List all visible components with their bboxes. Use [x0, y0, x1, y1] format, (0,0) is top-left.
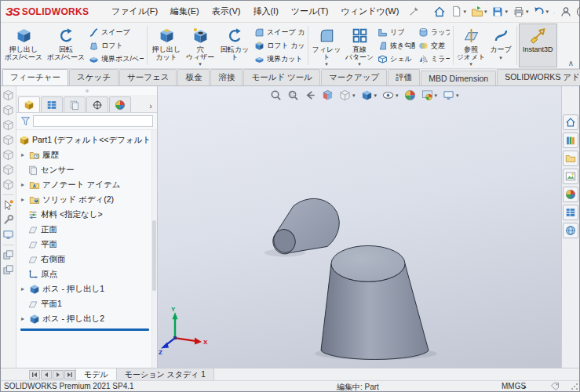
model-tab[interactable]: モデル [75, 368, 117, 380]
appearances-button[interactable] [563, 187, 578, 202]
small-cone-body[interactable] [271, 198, 340, 256]
cascade-windows-icon[interactable] [2, 263, 15, 277]
edit-appearance-button[interactable] [404, 89, 416, 101]
menu-window[interactable]: ウィンドウ(W) [335, 2, 404, 20]
dropdown-icon[interactable]: ▾ [374, 93, 378, 98]
loft-cut-button[interactable]: ロフト カット [253, 39, 306, 52]
linear-pattern-dropdown-icon[interactable]: ▾ [358, 61, 361, 67]
menu-tools[interactable]: ツール(T) [286, 2, 334, 20]
unit-system-text[interactable]: MMGS [502, 382, 526, 390]
menu-file[interactable]: ファイル(F) [106, 2, 163, 20]
dropdown-icon[interactable]: ▾ [396, 93, 399, 98]
instant3d-button[interactable]: Instant3D [519, 24, 557, 67]
resize-grip[interactable] [571, 383, 578, 390]
zoom-to-area-button[interactable] [287, 89, 299, 101]
sweep-button[interactable]: スイープ [87, 26, 145, 38]
tree-item-material[interactable]: 材料 <指定なし> [19, 207, 151, 222]
help-button[interactable]: ? [575, 5, 580, 19]
view-settings-button[interactable]: ▾ [443, 89, 459, 101]
tree-item-front-plane[interactable]: 正面 [19, 222, 151, 237]
reference-geometry-dropdown-icon[interactable]: ▾ [469, 61, 472, 67]
boundary-cut-button[interactable]: 境界カット [253, 53, 306, 65]
tree-item-solid-bodies[interactable]: ▸ ソリッド ボディ(2) [19, 192, 151, 207]
save-button[interactable]: ▾ [490, 4, 509, 20]
solidworks-forum-button[interactable] [563, 223, 578, 238]
expand-arrow-icon[interactable]: ▸ [19, 286, 27, 292]
dropdown-icon[interactable]: ▾ [352, 93, 356, 98]
panel-splitter-handle[interactable] [16, 86, 157, 95]
rib-button[interactable]: リブ [376, 26, 417, 38]
extrude-cut-button[interactable]: 押し出し カット [149, 24, 184, 67]
linear-pattern-button[interactable]: 直線 パターン ▾ [343, 24, 376, 67]
menu-edit[interactable]: 編集(E) [165, 2, 205, 20]
tab-display-manager[interactable] [109, 96, 131, 112]
tile-windows-icon[interactable] [2, 249, 15, 262]
draft-button[interactable]: 抜き勾配 [376, 39, 417, 52]
tab-evaluate[interactable]: 評価 [388, 69, 420, 85]
new-dropdown-icon[interactable]: ▾ [463, 9, 466, 14]
sweep-cut-button[interactable]: スイープ カット [253, 26, 306, 38]
previous-tab-button[interactable] [41, 370, 52, 379]
feature-tree-filter-input[interactable] [33, 115, 153, 127]
expand-arrow-icon[interactable]: ▸ [19, 152, 27, 158]
tree-scrollbar[interactable] [151, 130, 157, 368]
view-right-cube-icon[interactable] [2, 133, 15, 147]
big-cone-body[interactable] [321, 245, 429, 359]
options-wrench-icon[interactable] [2, 213, 15, 227]
big-cone-top-face[interactable] [331, 245, 405, 281]
last-tab-button[interactable] [64, 370, 75, 379]
3d-model-view[interactable]: Y X Z [158, 86, 561, 368]
save-dropdown-icon[interactable]: ▾ [505, 9, 508, 14]
print-dropdown-icon[interactable]: ▾ [526, 9, 529, 14]
wrap-button[interactable]: ラップ [417, 26, 451, 38]
tab-feature-tree[interactable] [18, 96, 40, 112]
section-view-button[interactable] [322, 89, 334, 101]
revolve-boss-button[interactable]: 回転 ボス/ベース [45, 24, 87, 67]
tab-property-manager[interactable] [41, 96, 63, 112]
tree-item-boss-extrude1[interactable]: ▸ ボス - 押し出し1 [19, 281, 151, 296]
previous-view-button[interactable] [305, 89, 316, 101]
tree-item-origin[interactable]: 原点 [19, 267, 151, 281]
apply-scene-button[interactable]: ▾ [421, 89, 438, 101]
view-orientation-button[interactable]: ▾ [339, 89, 356, 101]
hide-show-items-button[interactable]: ▾ [382, 89, 399, 101]
curves-button[interactable]: カーブ ▾ [487, 24, 515, 67]
hole-wizard-button[interactable]: 穴 ウィザード ▾ [184, 24, 217, 67]
new-document-button[interactable]: ▾ [449, 4, 468, 19]
mirror-button[interactable]: ミラー [417, 53, 451, 65]
rollback-bar[interactable] [20, 328, 149, 331]
curves-dropdown-icon[interactable]: ▾ [499, 55, 502, 60]
select-tool-icon[interactable] [2, 198, 15, 212]
expand-arrow-icon[interactable]: ▸ [19, 182, 27, 188]
tab-configuration-manager[interactable] [64, 96, 86, 112]
design-library-button[interactable] [563, 132, 578, 148]
reference-geometry-button[interactable]: 参照 ジオメトリ ▾ [455, 24, 487, 67]
menu-pin-icon[interactable] [409, 6, 419, 16]
next-tab-button[interactable] [53, 370, 64, 379]
dropdown-icon[interactable]: ▾ [435, 93, 438, 98]
tree-item-annotations[interactable]: ▸ アノテート アイテム [19, 177, 151, 192]
tree-root-part[interactable]: Part1 (デフォルト<<デフォルト>_表示状態 1> [19, 132, 151, 147]
tab-weldments[interactable]: 溶接 [210, 69, 243, 85]
tree-item-sensors[interactable]: センサー [19, 162, 151, 177]
tab-markup[interactable]: マークアップ [321, 69, 387, 85]
tree-item-right-plane[interactable]: 右側面 [19, 252, 151, 267]
fillet-button[interactable]: フィレット ▾ [310, 24, 343, 67]
fillet-dropdown-icon[interactable]: ▾ [325, 61, 328, 67]
tab-surfaces[interactable]: サーフェス [119, 69, 177, 85]
motion-study-tab[interactable]: モーション スタディ 1 [117, 368, 214, 380]
tab-features[interactable]: フィーチャー [2, 69, 68, 85]
file-explorer-button[interactable] [563, 151, 578, 166]
unit-system-dropdown-icon[interactable]: ▴ [523, 383, 527, 390]
tab-sketch[interactable]: スケッチ [69, 69, 119, 85]
open-dropdown-icon[interactable]: ▾ [484, 9, 487, 14]
view-back-cube-icon[interactable] [2, 103, 15, 117]
tab-mold-tools[interactable]: モールド ツール [243, 69, 320, 85]
revolve-cut-button[interactable]: 回転カット [217, 24, 253, 67]
expand-arrow-icon[interactable]: ▸ [19, 197, 27, 203]
login-user-button[interactable] [558, 4, 574, 20]
tree-item-history[interactable]: ▸ 履歴 [19, 147, 151, 162]
tab-mbd-dimension[interactable]: MBD Dimension [421, 71, 496, 85]
tree-item-boss-extrude2[interactable]: ▸ ボス - 押し出し2 [19, 311, 151, 326]
ribbon-collapse-icon[interactable]: ∧ [568, 60, 574, 67]
